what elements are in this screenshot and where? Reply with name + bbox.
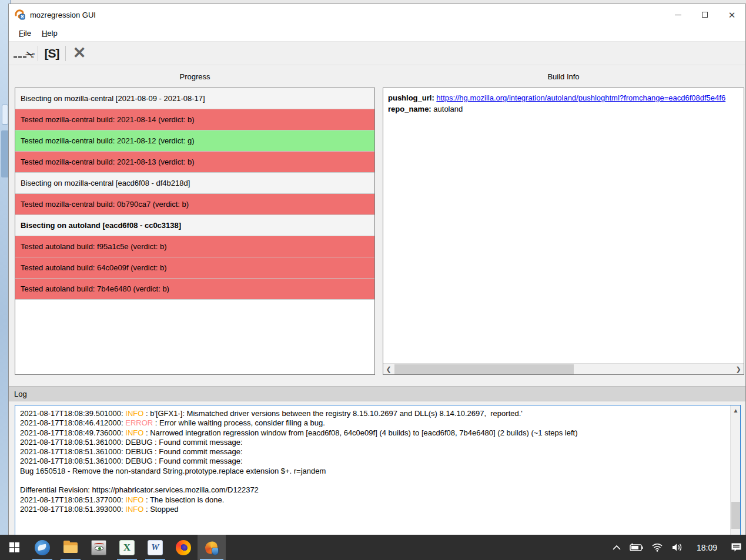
speaker-icon [671,543,683,552]
progress-item[interactable]: Bisecting on mozilla-central [2021-08-09… [15,88,374,109]
log-level: INFO [125,495,143,504]
menu-help[interactable]: Help [36,26,63,40]
app-icon [14,9,26,21]
progress-panel-title: Progress [15,72,375,81]
taskbar-app-firefox[interactable] [169,535,198,560]
log-level: INFO [125,409,143,418]
wifi-indicator[interactable] [647,535,667,560]
irfanview-icon [91,540,106,555]
progress-list: Bisecting on mozilla-central [2021-08-09… [15,88,375,375]
log-line: 2021-08-17T18:08:46.412000: ERROR : Erro… [20,418,725,428]
windows-logo-icon [9,542,19,552]
close-icon: ✕ [728,11,736,19]
title-bar: mozregression GUI ✕ [9,4,745,25]
toolbar: ✂ [S] ✕ [9,42,745,65]
horizontal-scrollbar-thumb[interactable] [394,364,574,374]
mozregression-window: mozregression GUI ✕ File Help ✂ [S] ✕ Pr… [8,4,746,536]
window-title: mozregression GUI [30,11,96,19]
clock[interactable]: 18:09 [687,535,727,560]
log-line: 2021-08-17T18:08:51.393000: INFO : Stopp… [20,505,725,514]
build-info-panel-title: Build Info [383,72,744,81]
progress-item[interactable]: Tested autoland build: 7b4e6480 (verdict… [15,279,374,300]
toolbar-separator [38,46,38,61]
progress-item[interactable]: Tested autoland build: f95a1c5e (verdict… [15,236,374,257]
build-info-field: pushlog_url: https://hg.mozilla.org/inte… [388,92,739,103]
progress-item[interactable]: Tested autoland build: 64c0e09f (verdict… [15,257,374,279]
build-info-horizontal-scrollbar[interactable]: ❮ ❯ [383,363,744,374]
scroll-up-arrow-icon[interactable]: ▲ [731,405,741,415]
scroll-left-arrow-icon[interactable]: ❮ [383,364,394,375]
wifi-icon [651,543,663,552]
taskbar-app-excel[interactable]: X [113,535,141,560]
start-button[interactable] [0,535,28,560]
log-line: 2021-08-17T18:08:51.377000: INFO : The b… [20,495,725,505]
log-line: 2021-08-17T18:08:49.736000: INFO : Narro… [20,428,725,438]
taskbar: XW [0,535,746,560]
taskbar-app-irfanview[interactable] [85,535,113,560]
taskbar-app-explorer[interactable] [56,535,85,560]
progress-item[interactable]: Tested mozilla-central build: 2021-08-14… [15,109,374,130]
vertical-scrollbar-thumb[interactable] [731,502,740,529]
build-info-panel: pushlog_url: https://hg.mozilla.org/inte… [383,88,744,375]
tray-expand-button[interactable] [608,535,625,560]
log-output[interactable]: 2021-08-17T18:08:39.501000: INFO : b'[GF… [15,405,741,538]
menu-bar: File Help [9,25,745,42]
build-info-key: repo_name: [388,105,433,113]
log-line: Differential Revision: https://phabricat… [20,485,725,495]
log-section-header: Log [9,386,745,401]
log-line: Bug 1650518 - Remove the non-standard St… [20,467,725,476]
single-run-icon: [S] [45,46,59,61]
log-line: 2021-08-17T18:08:51.361000: DEBUG : Foun… [20,457,725,466]
close-button[interactable]: ✕ [718,4,745,25]
stop-cross-icon: ✕ [73,45,86,61]
minimize-button[interactable] [664,4,691,25]
log-line: 2021-08-17T18:08:51.361000: DEBUG : Foun… [20,447,725,457]
log-text: 2021-08-17T18:08:39.501000: INFO : b'[GF… [15,405,730,537]
background-window-detail [2,105,8,125]
log-level: DEBUG [125,438,152,447]
build-info-value: autoland [433,105,463,113]
action-center-button[interactable] [727,535,746,560]
progress-item[interactable]: Tested mozilla-central build: 2021-08-13… [15,152,374,173]
log-vertical-scrollbar[interactable]: ▲ [730,405,740,537]
start-bisection-button[interactable]: ✂ [11,43,36,63]
mozregression-icon [204,540,219,555]
battery-charging-icon [629,544,643,552]
build-info-body: pushlog_url: https://hg.mozilla.org/inte… [383,88,744,363]
log-line: 2021-08-17T18:08:39.501000: INFO : b'[GF… [20,409,725,418]
main-content: Progress Build Info Bisecting on mozilla… [9,65,745,535]
pushlog-link[interactable]: https://hg.mozilla.org/integration/autol… [436,93,725,102]
taskbar-app-thunderbird[interactable] [28,535,56,560]
maximize-icon [702,12,708,18]
log-section-title: Log [14,390,27,398]
firefox-icon [176,540,191,555]
build-info-key: pushlog_url: [388,93,436,102]
stop-button[interactable]: ✕ [68,43,91,63]
progress-item[interactable]: Tested mozilla-central build: 0b790ca7 (… [15,194,374,215]
single-run-button[interactable]: [S] [40,43,63,63]
progress-item[interactable]: Tested mozilla-central build: 2021-08-12… [15,130,374,152]
maximize-button[interactable] [691,4,718,25]
log-level: INFO [125,505,143,514]
taskbar-app-word[interactable]: W [141,535,169,560]
progress-item[interactable]: Bisecting on mozilla-central [eacd6f08 -… [15,173,374,194]
log-level: INFO [125,428,143,437]
menu-file[interactable]: File [14,26,36,40]
battery-indicator[interactable] [625,535,647,560]
taskbar-app-mozregression[interactable] [198,535,226,560]
log-level: DEBUG [125,447,152,456]
log-line [20,476,725,485]
scissors-bisect-icon: ✂ [14,47,34,60]
action-center-icon [731,542,742,552]
build-info-field: repo_name: autoland [388,103,739,115]
chevron-up-icon [613,545,621,550]
log-level: DEBUG [125,457,152,465]
minimize-icon [675,15,681,15]
progress-item[interactable]: Bisecting on autoland [eacd6f08 - cc0c31… [15,215,374,236]
volume-indicator[interactable] [667,535,687,560]
thunderbird-icon [35,540,50,555]
clock-time: 18:09 [691,543,722,552]
excel-icon: X [119,540,135,555]
toolbar-separator [65,46,66,61]
scroll-right-arrow-icon[interactable]: ❯ [733,364,744,375]
